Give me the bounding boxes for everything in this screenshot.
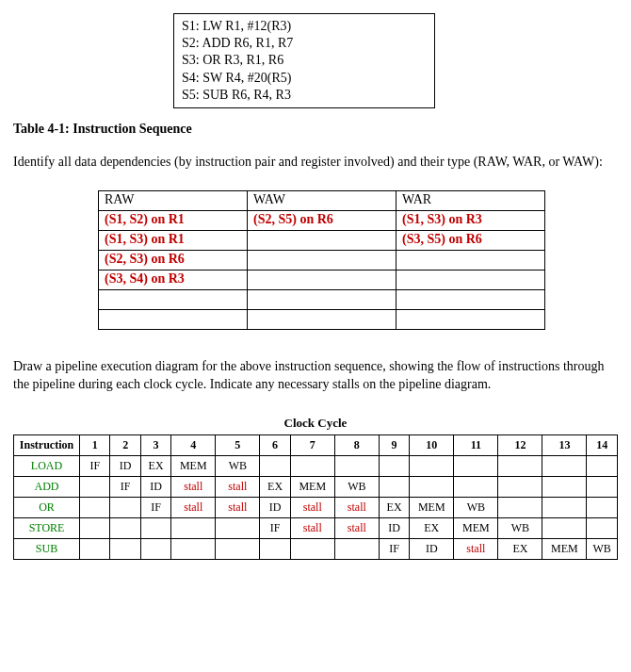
- pipe-cell: IF: [260, 517, 290, 538]
- pipe-cell: [379, 476, 409, 497]
- pipe-cell: WB: [454, 497, 498, 517]
- pipe-cell: ID: [379, 517, 409, 538]
- dep-cell: [248, 270, 396, 289]
- pipe-cell: [260, 538, 290, 559]
- pipe-cell: [290, 455, 334, 476]
- pipe-cell: [290, 538, 334, 559]
- pipe-title: Clock Cycle: [14, 413, 618, 435]
- pipe-cell: [410, 476, 454, 497]
- pipe-cell: [80, 497, 110, 517]
- dep-hdr-waw: WAW: [248, 190, 396, 210]
- dep-cell: [396, 250, 545, 270]
- pipe-cell: ID: [110, 455, 140, 476]
- pipe-cell: [110, 497, 140, 517]
- pipe-cell: MEM: [290, 476, 334, 497]
- pipe-cell: [542, 517, 587, 538]
- pipe-hdr-12: 12: [498, 434, 542, 455]
- dep-war-1: (S1, S3) on R3: [396, 210, 545, 230]
- pipe-cell: ID: [260, 497, 290, 517]
- pipe-cell: ID: [140, 476, 170, 497]
- pipe-cell: [80, 476, 110, 497]
- pipe-cell-stall: stall: [334, 517, 379, 538]
- pipe-cell: [171, 517, 216, 538]
- pipe-cell: [171, 538, 216, 559]
- pipe-cell: WB: [498, 517, 542, 538]
- pipe-cell: EX: [140, 455, 170, 476]
- pipe-cell: [498, 455, 542, 476]
- pipe-cell-stall: stall: [216, 476, 260, 497]
- pipe-cell: ID: [410, 538, 454, 559]
- pipe-hdr-3: 3: [140, 434, 170, 455]
- pipe-cell: EX: [498, 538, 542, 559]
- pipe-cell: IF: [80, 455, 110, 476]
- pipe-hdr-13: 13: [542, 434, 587, 455]
- pipe-hdr-7: 7: [290, 434, 334, 455]
- instruction-sequence-box: S1: LW R1, #12(R3) S2: ADD R6, R1, R7 S3…: [173, 13, 435, 108]
- pipe-hdr-11: 11: [454, 434, 498, 455]
- pipe-row-load: LOAD IF ID EX MEM WB: [14, 455, 618, 476]
- dep-waw-1: (S2, S5) on R6: [248, 210, 396, 230]
- pipe-label-or: OR: [14, 497, 80, 517]
- dep-war-2: (S3, S5) on R6: [396, 230, 545, 250]
- pipe-cell: MEM: [410, 497, 454, 517]
- pipe-cell-stall: stall: [290, 497, 334, 517]
- pipe-cell: [542, 497, 587, 517]
- pipe-cell: [410, 455, 454, 476]
- pipe-cell: EX: [410, 517, 454, 538]
- pipe-row-add: ADD IF ID stall stall EX MEM WB: [14, 476, 618, 497]
- pipe-label-sub: SUB: [14, 538, 80, 559]
- pipe-row-store: STORE IF stall stall ID EX MEM WB: [14, 517, 618, 538]
- pipe-cell-stall: stall: [171, 476, 216, 497]
- pipe-cell: [216, 517, 260, 538]
- pipe-cell: [140, 538, 170, 559]
- pipe-cell: [587, 497, 618, 517]
- pipe-cell: [542, 476, 587, 497]
- pipe-cell-stall: stall: [290, 517, 334, 538]
- pipe-cell: [140, 517, 170, 538]
- pipe-hdr-instr: Instruction: [14, 434, 80, 455]
- dep-raw-4: (S3, S4) on R3: [99, 270, 248, 289]
- dep-hdr-raw: RAW: [99, 190, 248, 210]
- pipe-hdr-2: 2: [110, 434, 140, 455]
- pipe-hdr-14: 14: [587, 434, 618, 455]
- pipe-label-add: ADD: [14, 476, 80, 497]
- dep-cell: [99, 289, 248, 309]
- pipe-hdr-6: 6: [260, 434, 290, 455]
- pipe-cell: [80, 517, 110, 538]
- pipe-cell: EX: [379, 497, 409, 517]
- pipe-cell: [454, 476, 498, 497]
- pipeline-table: Clock Cycle Instruction 1 2 3 4 5 6 7 8 …: [13, 413, 618, 560]
- dep-cell: [248, 289, 396, 309]
- pipe-row-sub: SUB IF ID stall EX MEM WB: [14, 538, 618, 559]
- pipe-hdr-5: 5: [216, 434, 260, 455]
- pipe-cell: [80, 538, 110, 559]
- dep-cell: [396, 289, 545, 309]
- pipe-cell-stall: stall: [454, 538, 498, 559]
- pipe-cell-stall: stall: [334, 497, 379, 517]
- instr-s2: S2: ADD R6, R1, R7: [182, 35, 427, 52]
- dep-cell: [248, 250, 396, 270]
- pipe-label-load: LOAD: [14, 455, 80, 476]
- pipe-cell: WB: [216, 455, 260, 476]
- pipe-cell: [498, 476, 542, 497]
- table-caption: Table 4-1: Instruction Sequence: [13, 122, 618, 137]
- pipe-cell: MEM: [454, 517, 498, 538]
- pipe-cell: [334, 538, 379, 559]
- pipe-cell: [542, 455, 587, 476]
- pipe-hdr-1: 1: [80, 434, 110, 455]
- pipe-cell: IF: [110, 476, 140, 497]
- dep-raw-2: (S1, S3) on R1: [99, 230, 248, 250]
- pipe-cell: [110, 517, 140, 538]
- dep-raw-3: (S2, S3) on R6: [99, 250, 248, 270]
- instr-s5: S5: SUB R6, R4, R3: [182, 87, 427, 104]
- pipe-cell: [498, 497, 542, 517]
- dep-cell: [248, 230, 396, 250]
- pipe-cell-stall: stall: [216, 497, 260, 517]
- pipe-row-or: OR IF stall stall ID stall stall EX MEM …: [14, 497, 618, 517]
- instr-s3: S3: OR R3, R1, R6: [182, 52, 427, 69]
- pipe-cell: [260, 455, 290, 476]
- pipe-cell-stall: stall: [171, 497, 216, 517]
- pipe-cell: [587, 476, 618, 497]
- pipe-cell: MEM: [542, 538, 587, 559]
- pipe-hdr-8: 8: [334, 434, 379, 455]
